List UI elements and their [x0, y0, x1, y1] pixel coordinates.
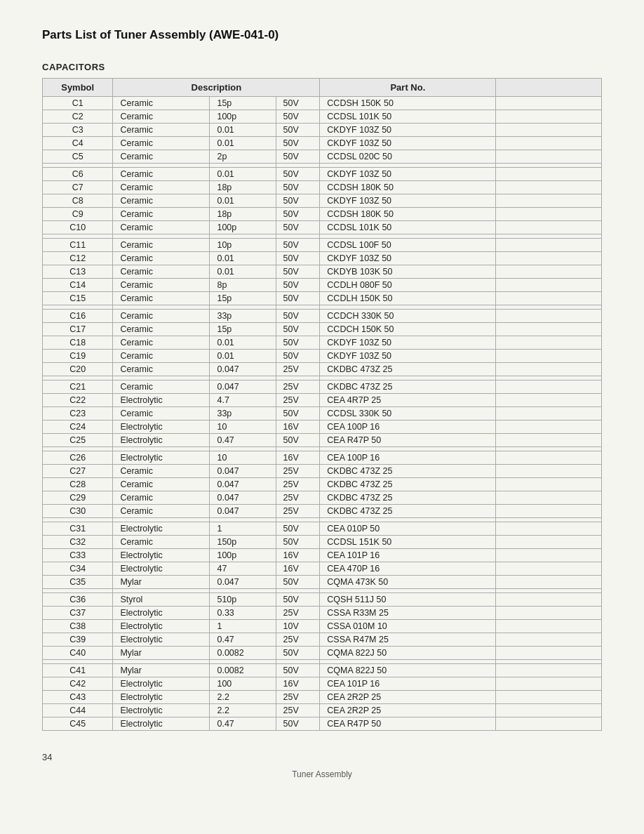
cell-extra [496, 150, 602, 164]
col-header-symbol: Symbol [43, 79, 113, 97]
cell-extra [496, 336, 602, 350]
cell-extra [496, 380, 602, 394]
table-row: C5Ceramic2p50VCCDSL 020C 50 [43, 150, 602, 164]
cell-voltage: 50V [276, 265, 320, 279]
cell-value: 2p [210, 150, 276, 164]
table-row: C35Mylar0.04750VCQMA 473K 50 [43, 576, 602, 589]
cell-type: Ceramic [113, 124, 210, 137]
cell-type: Ceramic [113, 252, 210, 265]
table-row: C26Electrolytic1016VCEA 100P 16 [43, 451, 602, 465]
cell-partno: CKDBC 473Z 25 [320, 363, 496, 376]
cell-extra [496, 664, 602, 677]
parts-table: Symbol Description Part No. C1Ceramic15p… [42, 78, 602, 731]
cell-symbol: C36 [43, 593, 113, 607]
cell-extra [496, 265, 602, 279]
cell-voltage: 25V [276, 478, 320, 491]
cell-voltage: 25V [276, 704, 320, 717]
cell-voltage: 50V [276, 536, 320, 549]
cell-value: 100p [210, 549, 276, 562]
cell-partno: CCDCH 330K 50 [320, 310, 496, 323]
cell-symbol: C8 [43, 194, 113, 208]
cell-extra [496, 194, 602, 208]
cell-extra [496, 350, 602, 363]
cell-value: 2.2 [210, 691, 276, 704]
cell-extra [496, 549, 602, 562]
cell-type: Ceramic [113, 336, 210, 350]
cell-symbol: C14 [43, 279, 113, 292]
cell-voltage: 50V [276, 434, 320, 447]
cell-voltage: 50V [276, 593, 320, 607]
cell-value: 0.047 [210, 363, 276, 376]
cell-voltage: 50V [276, 576, 320, 589]
cell-voltage: 50V [276, 124, 320, 137]
cell-extra [496, 407, 602, 421]
cell-partno: CEA 4R7P 25 [320, 394, 496, 407]
cell-symbol: C9 [43, 208, 113, 221]
cell-voltage: 16V [276, 549, 320, 562]
cell-voltage: 50V [276, 522, 320, 536]
cell-symbol: C12 [43, 252, 113, 265]
cell-value: 15p [210, 97, 276, 110]
cell-value: 0.01 [210, 194, 276, 208]
cell-extra [496, 536, 602, 549]
cell-value: 0.01 [210, 252, 276, 265]
table-row: C16Ceramic33p50VCCDCH 330K 50 [43, 310, 602, 323]
table-row: C45Electrolytic0.4750VCEA R47P 50 [43, 717, 602, 731]
table-row: C11Ceramic10p50VCCDSL 100F 50 [43, 239, 602, 252]
cell-symbol: C7 [43, 181, 113, 194]
cell-symbol: C33 [43, 549, 113, 562]
cell-voltage: 50V [276, 279, 320, 292]
cell-type: Electrolytic [113, 620, 210, 633]
cell-partno: CQSH 511J 50 [320, 593, 496, 607]
cell-type: Mylar [113, 664, 210, 677]
table-row: C30Ceramic0.04725VCKDBC 473Z 25 [43, 505, 602, 518]
cell-type: Ceramic [113, 265, 210, 279]
cell-partno: CKDYF 103Z 50 [320, 350, 496, 363]
cell-value: 10 [210, 451, 276, 465]
cell-extra [496, 717, 602, 731]
cell-extra [496, 310, 602, 323]
cell-voltage: 25V [276, 633, 320, 647]
table-row: C38Electrolytic110VCSSA 010M 10 [43, 620, 602, 633]
cell-extra [496, 633, 602, 647]
cell-type: Electrolytic [113, 691, 210, 704]
cell-type: Ceramic [113, 407, 210, 421]
cell-type: Electrolytic [113, 394, 210, 407]
cell-type: Electrolytic [113, 717, 210, 731]
cell-value: 0.047 [210, 478, 276, 491]
cell-voltage: 50V [276, 137, 320, 150]
cell-value: 10 [210, 421, 276, 434]
cell-partno: CCDSL 101K 50 [320, 110, 496, 124]
cell-type: Electrolytic [113, 607, 210, 620]
cell-value: 15p [210, 292, 276, 305]
cell-value: 10p [210, 239, 276, 252]
cell-extra [496, 292, 602, 305]
cell-voltage: 16V [276, 421, 320, 434]
cell-partno: CCDSH 180K 50 [320, 181, 496, 194]
cell-partno: CCDSL 101K 50 [320, 221, 496, 234]
cell-type: Ceramic [113, 310, 210, 323]
table-row: C36Styrol510p50VCQSH 511J 50 [43, 593, 602, 607]
cell-partno: CKDYF 103Z 50 [320, 336, 496, 350]
section-title: CAPACITORS [42, 62, 602, 72]
table-row: C33Electrolytic100p16VCEA 101P 16 [43, 549, 602, 562]
cell-extra [496, 221, 602, 234]
cell-partno: CEA 010P 50 [320, 522, 496, 536]
cell-value: 0.047 [210, 576, 276, 589]
cell-extra [496, 576, 602, 589]
cell-symbol: C32 [43, 536, 113, 549]
table-row: C27Ceramic0.04725VCKDBC 473Z 25 [43, 465, 602, 478]
cell-partno: CKDYF 103Z 50 [320, 137, 496, 150]
cell-symbol: C15 [43, 292, 113, 305]
table-row: C29Ceramic0.04725VCKDBC 473Z 25 [43, 491, 602, 505]
cell-symbol: C38 [43, 620, 113, 633]
cell-value: 0.01 [210, 168, 276, 181]
cell-partno: CKDYF 103Z 50 [320, 194, 496, 208]
cell-symbol: C41 [43, 664, 113, 677]
cell-extra [496, 168, 602, 181]
cell-partno: CCDSL 151K 50 [320, 536, 496, 549]
cell-voltage: 10V [276, 620, 320, 633]
cell-partno: CCDSL 100F 50 [320, 239, 496, 252]
cell-voltage: 50V [276, 97, 320, 110]
cell-type: Electrolytic [113, 451, 210, 465]
